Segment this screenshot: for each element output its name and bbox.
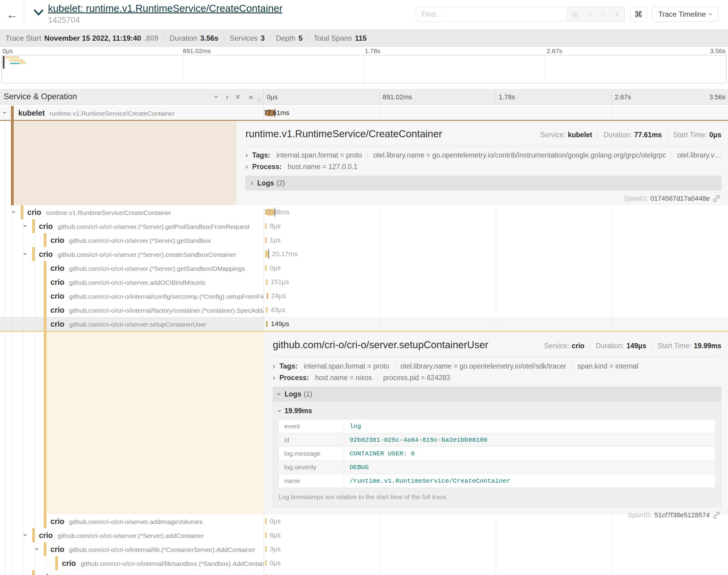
span-duration: 20.17ms [272, 250, 297, 258]
collapse-caret-icon[interactable] [33, 9, 44, 29]
log-field-key: log.severity [279, 461, 344, 474]
next-match-icon[interactable]: › [599, 13, 607, 15]
tag-item: otel.library.v… [677, 151, 721, 159]
span-bar[interactable] [265, 265, 267, 271]
operation-name: github.com/cri-o/cri-o/server.(*Server).… [58, 574, 234, 575]
minimap-canvas[interactable] [2, 55, 726, 83]
collapse-one-icon[interactable]: › [212, 95, 221, 98]
span-row[interactable]: › crio github.com/cri-o/cri-o/internal/l… [0, 542, 728, 556]
operation-name: runtime.v1.RuntimeService/CreateContaine… [46, 209, 171, 216]
logs-accordion-header[interactable]: › Logs(1) [273, 387, 721, 401]
span-row[interactable]: › crio github.com/cri-o/cri-o/server.(*S… [0, 528, 728, 542]
back-button[interactable]: ← [0, 0, 24, 29]
span-duration: 43μs [271, 306, 285, 314]
service-name: crio [39, 250, 53, 259]
match-highlight-icon[interactable]: ◎ [572, 10, 578, 19]
span-collapse-icon[interactable]: › [1, 111, 9, 114]
span-bar[interactable] [265, 237, 267, 243]
command-icon: ⌘ [634, 9, 643, 20]
span-collapse-icon[interactable]: › [33, 548, 41, 550]
tags-accordion[interactable]: › Tags: internal.span.format = proto ote… [273, 362, 721, 370]
column-resizer-grip[interactable]: || [258, 97, 262, 103]
process-item: host.name = nixos [315, 374, 372, 382]
chevron-right-icon: › [273, 373, 275, 382]
span-row[interactable]: › crio github.com/cri-o/cri-o/server.(*S… [0, 247, 728, 261]
clear-search-icon[interactable]: × [615, 10, 619, 19]
span-list-header: Service & Operation › › » » || 0μs 891.0… [0, 89, 728, 105]
process-accordion[interactable]: › Process: host.name = nixos process.pid… [273, 373, 721, 382]
span-collapse-icon[interactable]: › [21, 534, 30, 536]
find-group: ◎ › › × [416, 7, 625, 22]
service-name: crio [51, 306, 64, 314]
span-row[interactable]: › crio runtime.v1.RuntimeService/CreateC… [0, 205, 728, 219]
chevron-right-icon: › [273, 362, 275, 370]
timeline-minimap[interactable]: 0μs 891.02ms 1.78s 2.67s 3.56s [0, 47, 728, 84]
span-bar[interactable] [265, 251, 268, 258]
service-name: crio [51, 320, 64, 329]
span-row[interactable]: › kubelet runtime.v1.RuntimeService/Crea… [0, 106, 728, 120]
span-bar[interactable] [265, 518, 267, 524]
service-name: crio [39, 573, 53, 575]
span-row[interactable]: crio github.com/cri-o/cri-o/server.(*Ser… [0, 233, 728, 247]
operation-name: github.com/cri-o/cri-o/server.(*Server).… [69, 265, 245, 272]
app-header: ← kubelet: runtime.v1.RuntimeService/Cre… [0, 0, 728, 29]
span-collapse-icon[interactable]: › [10, 211, 18, 213]
collapse-all-icon[interactable]: » [234, 94, 242, 99]
log-field-value: log [344, 419, 716, 433]
log-entry-header[interactable]: › 19.99ms [273, 404, 721, 418]
span-row[interactable]: crio github.com/cri-o/cri-o/server.(*Ser… [0, 261, 728, 275]
span-row[interactable]: crio github.com/cri-o/cri-o/internal/con… [0, 289, 728, 303]
span-bar[interactable] [265, 560, 267, 566]
span-duration: 149μs [271, 320, 289, 328]
span-row[interactable]: › crio github.com/cri-o/cri-o/server.(*S… [0, 219, 728, 233]
timeline-ticks-header: 0μs 891.02ms 1.78s 2.67s 3.56s [264, 89, 728, 104]
service-name: crio [51, 545, 64, 554]
span-duration: 0μs [270, 264, 280, 272]
tag-item: span.kind = internal [577, 362, 638, 370]
span-row[interactable]: crio github.com/cri-o/cri-o/server.addOC… [0, 275, 728, 289]
log-field-row: name /runtime.v1.RuntimeService/CreateCo… [279, 474, 716, 488]
log-field-value: /runtime.v1.RuntimeService/CreateContain… [344, 474, 716, 488]
minimap-tick: 2.67s [547, 47, 562, 55]
trace-duration: Duration3.56s [164, 34, 224, 42]
service-name: crio [51, 292, 64, 301]
tags-accordion[interactable]: › Tags: internal.span.format = proto ote… [245, 151, 721, 159]
span-bar[interactable] [267, 293, 268, 299]
keyboard-shortcuts-button[interactable]: ⌘ [630, 7, 647, 22]
tag-item: internal.span.format = proto [276, 151, 362, 159]
find-input[interactable] [416, 7, 567, 22]
span-row-selected[interactable]: crio github.com/cri-o/cri-o/server.setup… [0, 317, 728, 331]
span-bar[interactable] [265, 223, 267, 229]
span-bar[interactable] [266, 279, 268, 285]
span-duration: 77.08ms [264, 208, 289, 216]
copy-link-icon[interactable] [713, 512, 720, 519]
span-detail-panel: github.com/cri-o/cri-o/server.setupConta… [0, 331, 728, 514]
span-row[interactable]: crio github.com/cri-o/cri-o/server.(*Ser… [0, 570, 728, 575]
trace-title-link[interactable]: kubelet: runtime.v1.RuntimeService/Creat… [48, 2, 283, 14]
prev-match-icon[interactable]: › [586, 13, 594, 15]
span-bar[interactable] [266, 307, 268, 313]
copy-link-icon[interactable] [713, 195, 720, 202]
span-collapse-icon[interactable]: › [21, 225, 30, 227]
span-bar[interactable] [265, 532, 267, 538]
process-accordion[interactable]: › Process: host.name = 127.0.0.1 [245, 162, 721, 171]
span-bar[interactable] [265, 546, 267, 552]
span-duration: 0μs [270, 559, 280, 567]
minimap-tick: 3.56s [710, 47, 726, 55]
minimap-viewport-handle[interactable] [3, 56, 5, 69]
span-duration: 1μs [270, 236, 280, 244]
span-row[interactable]: crio github.com/cri-o/cri-o/internal/fac… [0, 303, 728, 317]
logs-accordion-header[interactable]: › Logs(2) [245, 176, 721, 190]
expand-one-icon[interactable]: › [226, 93, 228, 101]
span-row[interactable]: crio github.com/cri-o/cri-o/internal/lib… [0, 556, 728, 570]
timeline-tick: 3.56s [709, 93, 726, 101]
span-collapse-icon[interactable]: › [21, 252, 30, 255]
log-field-key: name [279, 474, 344, 488]
trace-view-select[interactable]: Trace Timeline › [652, 7, 719, 22]
expand-all-icon[interactable]: » [249, 93, 253, 101]
log-entry-timestamp: 19.99ms [285, 407, 312, 415]
span-bar[interactable] [266, 321, 268, 327]
operation-name: github.com/cri-o/cri-o/server.(*Server).… [58, 532, 204, 539]
detail-title: runtime.v1.RuntimeService/CreateContaine… [245, 128, 442, 140]
trace-start: Trace Start November 15 2022, 11:19:40.8… [4, 34, 164, 42]
